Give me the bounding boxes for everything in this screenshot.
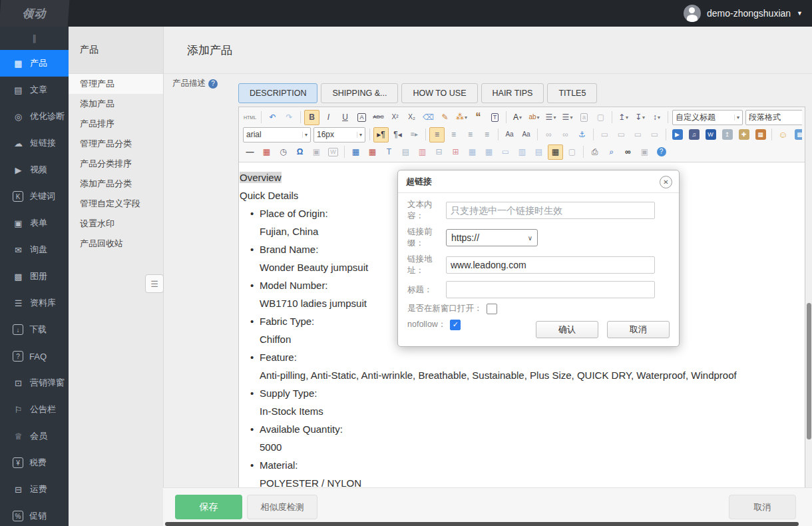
table-full-width-button[interactable]: ▭: [498, 144, 513, 160]
insert-date-button[interactable]: ▦: [259, 144, 274, 160]
submenu-item-set-watermark[interactable]: 设置水印: [69, 214, 163, 234]
italic-button[interactable]: I: [321, 110, 336, 125]
word-image-button[interactable]: W: [325, 144, 341, 160]
delete-table-button[interactable]: ▦: [365, 144, 380, 160]
preview-button[interactable]: ⌕: [604, 144, 619, 160]
confirm-button[interactable]: 确认: [536, 321, 598, 338]
insert-time-button[interactable]: ◷: [276, 144, 291, 160]
find-replace-button[interactable]: ∞: [620, 144, 636, 160]
table-page-button[interactable]: ▢: [564, 144, 580, 160]
attachment-button[interactable]: ↥: [719, 127, 735, 142]
help-icon[interactable]: ?: [208, 79, 218, 89]
insert-image-button[interactable]: ✚: [736, 127, 751, 142]
align-left-button[interactable]: ≡: [429, 127, 445, 142]
underline-button[interactable]: U: [337, 110, 353, 125]
unordered-list-button[interactable]: ☰▾: [560, 110, 575, 125]
sidebar-item-library[interactable]: ☰ 资料库: [0, 290, 69, 316]
font-size-select[interactable]: 16px▾: [313, 127, 365, 142]
new-page-button[interactable]: ▢: [593, 110, 608, 125]
superscript-button[interactable]: X²: [387, 110, 403, 125]
similarity-check-button[interactable]: 相似度检测: [247, 495, 317, 519]
undo-button[interactable]: ↶: [265, 110, 280, 125]
uppercase-button[interactable]: Aa: [502, 127, 517, 142]
close-icon[interactable]: ✕: [660, 176, 672, 188]
paste-text-button[interactable]: T: [487, 110, 503, 125]
tab-how-to-use[interactable]: HOW TO USE: [401, 83, 477, 103]
sidebar-item-faq[interactable]: ? FAQ: [0, 343, 69, 370]
redo-button[interactable]: ↷: [282, 110, 297, 125]
char-border-button[interactable]: A: [354, 110, 369, 125]
auto-format-button[interactable]: ⁂▾: [454, 110, 469, 125]
anchor-text-button[interactable]: a: [576, 110, 592, 125]
text-content-input[interactable]: [446, 202, 655, 219]
rtl-paragraph-button[interactable]: ¶◂: [390, 127, 405, 142]
image-manager-button[interactable]: ▩: [792, 127, 802, 142]
submenu-item-product-recycle-bin[interactable]: 产品回收站: [69, 234, 163, 254]
submenu-item-add-category[interactable]: 添加产品分类: [69, 174, 163, 194]
sidebar-item-tax[interactable]: ¥ 税费: [0, 449, 69, 476]
collapse-submenu-button[interactable]: ☰: [145, 274, 164, 293]
insert-music-button[interactable]: ♫: [686, 127, 702, 142]
format-painter-button[interactable]: ✎: [437, 110, 453, 125]
submenu-item-add-product[interactable]: 添加产品: [69, 94, 163, 114]
link-url-input[interactable]: [446, 256, 655, 274]
insert-table-button[interactable]: ▦: [348, 144, 363, 160]
cancel-button[interactable]: 取消: [729, 495, 796, 519]
table-title-button[interactable]: T: [381, 144, 397, 160]
vertical-scrollbar-thumb[interactable]: [807, 303, 811, 439]
unlink-button[interactable]: ∞: [558, 127, 573, 142]
font-color-button[interactable]: A▾: [510, 110, 525, 125]
split-to-cols-button[interactable]: ▥: [514, 144, 530, 160]
help-button[interactable]: ?: [654, 144, 669, 160]
custom-heading-select[interactable]: 自定义标题▾: [672, 110, 743, 125]
submenu-item-manage-products[interactable]: 管理产品: [69, 74, 163, 94]
sidebar-item-marketing-popup[interactable]: ⊡ 营销弹窗: [0, 370, 69, 396]
link-prefix-select[interactable]: https:// ∨: [446, 229, 538, 246]
image-group-button[interactable]: ▣: [309, 144, 324, 160]
image-inline-button[interactable]: ▭: [647, 127, 662, 142]
horizontal-rule-button[interactable]: —: [242, 144, 258, 160]
new-window-checkbox[interactable]: [487, 304, 497, 314]
print-button[interactable]: ⎙: [587, 144, 602, 160]
sidebar-item-announcement[interactable]: ⚐ 公告栏: [0, 396, 69, 423]
sidebar-item-inquiries[interactable]: ✉ 询盘: [0, 236, 69, 263]
ordered-list-button[interactable]: ☰▾: [543, 110, 558, 125]
font-family-select[interactable]: arial▾: [243, 127, 311, 142]
sidebar-item-shipping-fee[interactable]: ⊟ 运费: [0, 476, 69, 503]
ltr-paragraph-button[interactable]: ▸¶: [373, 127, 389, 142]
image-align-right-button[interactable]: ▭: [630, 127, 646, 142]
delete-col-button[interactable]: ⊞: [448, 144, 463, 160]
dialog-cancel-button[interactable]: 取消: [607, 321, 670, 338]
image-align-center-button[interactable]: ▭: [614, 127, 629, 142]
merge-cells-button[interactable]: ▦: [465, 144, 480, 160]
submenu-item-product-sort[interactable]: 产品排序: [69, 114, 163, 134]
sidebar-item-promotion[interactable]: % 促销: [0, 503, 69, 526]
delete-row-button[interactable]: ⊟: [431, 144, 447, 160]
split-to-rows-button[interactable]: ▤: [531, 144, 546, 160]
sidebar-item-albums[interactable]: ▩ 图册: [0, 263, 69, 290]
sidebar-item-videos[interactable]: ▶ 视频: [0, 156, 69, 183]
insert-row-button[interactable]: ▤: [398, 144, 413, 160]
highlight-color-button[interactable]: ab▾: [526, 110, 542, 125]
sidebar-item-products[interactable]: ▦ 产品: [0, 50, 69, 77]
insert-video-button[interactable]: ▶: [670, 127, 685, 142]
split-cell-button[interactable]: ▦: [481, 144, 497, 160]
html-source-button[interactable]: HTML: [242, 110, 258, 125]
special-char-button[interactable]: Ω: [292, 144, 307, 160]
tab-description[interactable]: DESCRIPTION: [238, 83, 317, 103]
image-align-left-button[interactable]: ▭: [597, 127, 612, 142]
sidebar-collapse-handle[interactable]: ∥: [0, 27, 69, 50]
insert-col-button[interactable]: ▥: [415, 144, 430, 160]
line-height-button[interactable]: ↕▾: [649, 110, 664, 125]
word-import-button[interactable]: W: [703, 127, 718, 142]
submenu-item-manage-categories[interactable]: 管理产品分类: [69, 134, 163, 154]
blockquote-button[interactable]: “: [471, 110, 486, 125]
link-title-input[interactable]: [446, 281, 655, 298]
eraser-button[interactable]: ⌫: [421, 110, 436, 125]
tab-title5[interactable]: TITLE5: [547, 83, 597, 103]
align-center-button[interactable]: ≡: [446, 127, 461, 142]
submenu-item-category-sort[interactable]: 产品分类排序: [69, 154, 163, 174]
strikethrough-button[interactable]: ABC: [371, 110, 386, 125]
tab-shipping[interactable]: SHIPPING &...: [321, 83, 398, 103]
align-justify-button[interactable]: ≡: [479, 127, 495, 142]
